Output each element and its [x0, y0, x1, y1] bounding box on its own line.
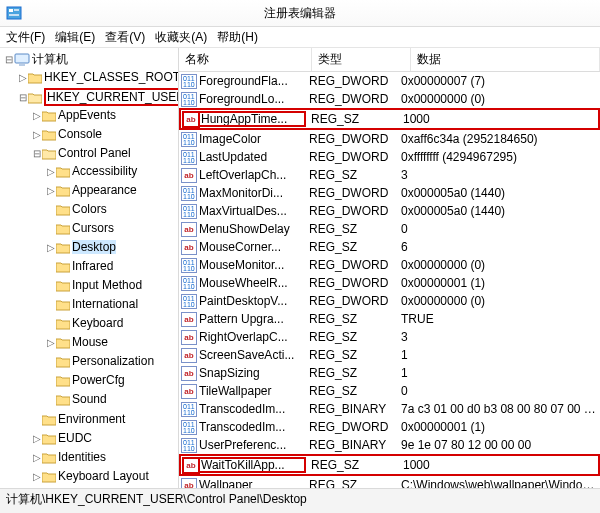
- value-data: 0xffffffff (4294967295): [395, 150, 598, 164]
- collapse-icon[interactable]: ⊟: [32, 146, 42, 162]
- expand-icon[interactable]: ▷: [32, 108, 42, 124]
- tree-panel[interactable]: ⊟计算机 ▷HKEY_CLASSES_ROOT ⊟HKEY_CURRENT_US…: [0, 48, 179, 494]
- value-row[interactable]: ForegroundFla...REG_DWORD0x00000007 (7): [179, 72, 600, 90]
- folder-icon: [56, 318, 70, 330]
- expand-icon[interactable]: [46, 392, 56, 408]
- tree-environment[interactable]: Environment: [32, 410, 178, 429]
- value-name: ForegroundFla...: [199, 74, 303, 88]
- value-row[interactable]: abMouseCorner...REG_SZ6: [179, 238, 600, 256]
- tree-accessibility[interactable]: ▷Accessibility: [46, 162, 178, 181]
- folder-icon: [56, 356, 70, 368]
- collapse-icon[interactable]: ⊟: [18, 90, 28, 106]
- tree-infrared[interactable]: Infrared: [46, 257, 178, 276]
- value-name: ForegroundLo...: [199, 92, 303, 106]
- expand-icon[interactable]: [46, 259, 56, 275]
- svg-rect-3: [9, 14, 19, 16]
- svg-rect-1: [9, 9, 13, 12]
- expand-icon[interactable]: ▷: [46, 240, 56, 256]
- value-name: SnapSizing: [199, 366, 303, 380]
- tree-keyboard[interactable]: Keyboard: [46, 314, 178, 333]
- value-row[interactable]: abTileWallpaperREG_SZ0: [179, 382, 600, 400]
- tree-hkcu[interactable]: ⊟HKEY_CURRENT_USER ▷AppEvents ▷Console ⊟…: [18, 87, 178, 494]
- tree-identities[interactable]: ▷Identities: [32, 448, 178, 467]
- menu-fav[interactable]: 收藏夹(A): [155, 29, 207, 46]
- value-row[interactable]: abScreenSaveActi...REG_SZ1: [179, 346, 600, 364]
- menu-file[interactable]: 文件(F): [6, 29, 45, 46]
- col-data[interactable]: 数据: [411, 48, 600, 71]
- expand-icon[interactable]: ▷: [46, 335, 56, 351]
- tree-controlpanel[interactable]: ⊟Control Panel ▷Accessibility▷Appearance…: [32, 144, 178, 410]
- col-type[interactable]: 类型: [312, 48, 411, 71]
- value-row[interactable]: abHungAppTime...REG_SZ1000: [179, 108, 600, 130]
- value-row[interactable]: MouseMonitor...REG_DWORD0x00000000 (0): [179, 256, 600, 274]
- expand-icon[interactable]: ▷: [32, 450, 42, 466]
- tree-console[interactable]: ▷Console: [32, 125, 178, 144]
- value-data: 0: [395, 384, 598, 398]
- value-row[interactable]: abPattern Upgra...REG_SZTRUE: [179, 310, 600, 328]
- binary-icon: [181, 74, 197, 89]
- value-row[interactable]: abLeftOverlapCh...REG_SZ3: [179, 166, 600, 184]
- expand-icon[interactable]: ▷: [18, 70, 28, 86]
- string-icon: ab: [181, 348, 197, 363]
- value-name: TranscodedIm...: [199, 420, 303, 434]
- expand-icon[interactable]: ▷: [32, 431, 42, 447]
- menu-edit[interactable]: 编辑(E): [55, 29, 95, 46]
- binary-icon: [181, 204, 197, 219]
- value-row[interactable]: ForegroundLo...REG_DWORD0x00000000 (0): [179, 90, 600, 108]
- expand-icon[interactable]: [46, 278, 56, 294]
- expand-icon[interactable]: ▷: [32, 127, 42, 143]
- value-row[interactable]: MouseWheelR...REG_DWORD0x00000001 (1): [179, 274, 600, 292]
- expand-icon[interactable]: ▷: [46, 164, 56, 180]
- tree-appevents[interactable]: ▷AppEvents: [32, 106, 178, 125]
- value-list[interactable]: 名称 类型 数据 ForegroundFla...REG_DWORD0x0000…: [179, 48, 600, 494]
- menu-help[interactable]: 帮助(H): [217, 29, 258, 46]
- tree-keyboardlayout[interactable]: ▷Keyboard Layout: [32, 467, 178, 486]
- collapse-icon[interactable]: ⊟: [4, 52, 14, 68]
- value-data: 3: [395, 330, 598, 344]
- value-data: 0xaff6c34a (2952184650): [395, 132, 598, 146]
- value-row[interactable]: MaxMonitorDi...REG_DWORD0x000005a0 (1440…: [179, 184, 600, 202]
- value-name: MouseCorner...: [199, 240, 303, 254]
- expand-icon[interactable]: [46, 354, 56, 370]
- expand-icon[interactable]: ▷: [32, 469, 42, 485]
- value-type: REG_DWORD: [303, 132, 395, 146]
- svg-rect-4: [15, 54, 29, 63]
- tree-eudc[interactable]: ▷EUDC: [32, 429, 178, 448]
- value-row[interactable]: abRightOverlapC...REG_SZ3: [179, 328, 600, 346]
- tree-personalization[interactable]: Personalization: [46, 352, 178, 371]
- tree-appearance[interactable]: ▷Appearance: [46, 181, 178, 200]
- value-row[interactable]: PaintDesktopV...REG_DWORD0x00000000 (0): [179, 292, 600, 310]
- tree-powercfg[interactable]: PowerCfg: [46, 371, 178, 390]
- value-row[interactable]: abWaitToKillApp...REG_SZ1000: [179, 454, 600, 476]
- tree-cursors[interactable]: Cursors: [46, 219, 178, 238]
- expand-icon[interactable]: [46, 202, 56, 218]
- menu-view[interactable]: 查看(V): [105, 29, 145, 46]
- value-row[interactable]: ImageColorREG_DWORD0xaff6c34a (295218465…: [179, 130, 600, 148]
- tree-sound[interactable]: Sound: [46, 390, 178, 409]
- binary-icon: [181, 276, 197, 291]
- value-row[interactable]: abSnapSizingREG_SZ1: [179, 364, 600, 382]
- value-row[interactable]: abMenuShowDelayREG_SZ0: [179, 220, 600, 238]
- string-icon: ab: [183, 458, 199, 473]
- value-row[interactable]: LastUpdatedREG_DWORD0xffffffff (42949672…: [179, 148, 600, 166]
- tree-mouse[interactable]: ▷Mouse: [46, 333, 178, 352]
- expand-icon[interactable]: ▷: [46, 183, 56, 199]
- expand-icon[interactable]: [46, 297, 56, 313]
- value-row[interactable]: UserPreferenc...REG_BINARY9e 1e 07 80 12…: [179, 436, 600, 454]
- expand-icon[interactable]: [46, 221, 56, 237]
- value-row[interactable]: TranscodedIm...REG_BINARY7a c3 01 00 d0 …: [179, 400, 600, 418]
- binary-icon: [181, 420, 197, 435]
- value-type: REG_SZ: [303, 222, 395, 236]
- tree-desktop[interactable]: ▷Desktop: [46, 238, 178, 257]
- expand-icon[interactable]: [46, 373, 56, 389]
- tree-inputmethod[interactable]: Input Method: [46, 276, 178, 295]
- col-name[interactable]: 名称: [179, 48, 312, 71]
- value-row[interactable]: MaxVirtualDes...REG_DWORD0x000005a0 (144…: [179, 202, 600, 220]
- expand-icon[interactable]: [46, 316, 56, 332]
- tree-hkcr[interactable]: ▷HKEY_CLASSES_ROOT: [18, 68, 178, 87]
- tree-colors[interactable]: Colors: [46, 200, 178, 219]
- blank-icon: [32, 412, 42, 428]
- value-row[interactable]: TranscodedIm...REG_DWORD0x00000001 (1): [179, 418, 600, 436]
- tree-computer[interactable]: ⊟计算机 ▷HKEY_CLASSES_ROOT ⊟HKEY_CURRENT_US…: [4, 50, 178, 494]
- tree-international[interactable]: International: [46, 295, 178, 314]
